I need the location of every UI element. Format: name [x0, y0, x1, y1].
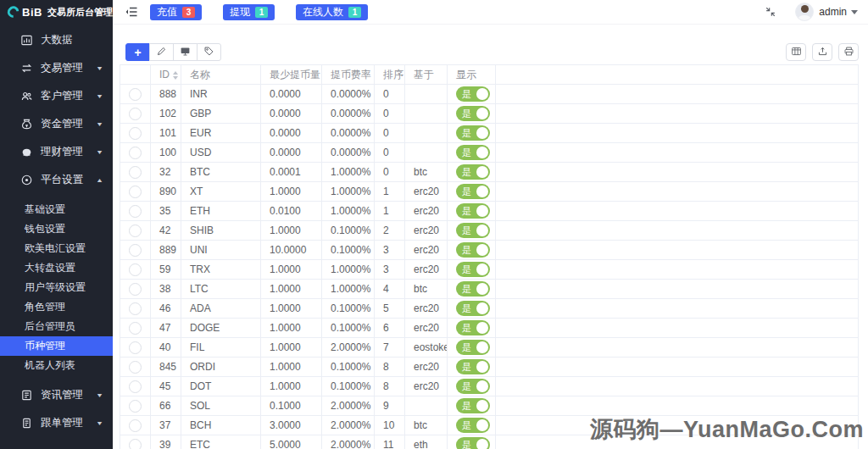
sort-icon[interactable] [173, 71, 178, 80]
copy-doc-icon [20, 417, 33, 430]
cell-base: btc [405, 280, 448, 299]
add-button[interactable]: + [125, 43, 150, 61]
display-toggle[interactable]: 是 [456, 301, 490, 316]
toggle-label: 是 [462, 301, 471, 316]
tag-button[interactable] [197, 43, 221, 61]
display-toggle[interactable]: 是 [456, 106, 490, 121]
avatar[interactable] [795, 3, 814, 21]
radio-button[interactable] [129, 322, 142, 335]
print-button[interactable] [838, 43, 859, 61]
radio-button[interactable] [129, 361, 142, 374]
display-toggle[interactable]: 是 [456, 242, 490, 258]
cell-sort: 3 [375, 241, 405, 260]
radio-button[interactable] [129, 127, 142, 140]
radio-button[interactable] [129, 263, 142, 276]
radio-button[interactable] [129, 302, 142, 315]
cell-name: ORDI [181, 358, 261, 377]
cell-filler [496, 280, 859, 299]
display-toggle[interactable]: 是 [456, 164, 490, 180]
radio-button[interactable] [129, 419, 142, 432]
col-header-name: 名称 [181, 65, 261, 85]
toggle-label: 是 [462, 164, 471, 180]
header-stat-button[interactable]: 在线人数 1 [296, 4, 368, 20]
sidebar-item[interactable]: 用户等级设置 [0, 278, 113, 297]
display-toggle[interactable]: 是 [456, 437, 490, 449]
display-toggle[interactable]: 是 [456, 125, 490, 141]
radio-button[interactable] [129, 341, 142, 354]
sidebar-item[interactable]: 大数据 [0, 26, 113, 54]
cell-min-withdraw: 1.0000 [261, 338, 322, 358]
radio-button[interactable] [129, 439, 142, 449]
sidebar-item[interactable]: 欧美电汇设置 [0, 239, 113, 258]
display-toggle[interactable]: 是 [456, 281, 490, 297]
cell-min-withdraw: 0.0000 [261, 85, 322, 104]
display-toggle[interactable]: 是 [456, 398, 490, 413]
cell-min-withdraw: 1.0000 [261, 319, 322, 338]
radio-button[interactable] [129, 380, 142, 393]
toggle-knob [476, 439, 488, 449]
radio-button[interactable] [129, 88, 142, 101]
display-toggle[interactable]: 是 [456, 223, 490, 238]
cell-min-withdraw: 1.0000 [261, 221, 322, 241]
user-dropdown-caret-icon[interactable] [851, 10, 858, 14]
sidebar-item[interactable]: 机器人列表 [0, 356, 113, 375]
stat-button-label: 在线人数 [303, 5, 343, 19]
sidebar-item[interactable]: 基础设置 [0, 200, 113, 219]
sidebar-item[interactable]: 角色管理 [0, 297, 113, 317]
display-toggle[interactable]: 是 [456, 340, 490, 355]
toggle-label: 是 [462, 145, 471, 160]
sidebar-item[interactable]: 理财管理 ▼ [0, 138, 113, 166]
export-button[interactable] [812, 43, 832, 61]
radio-button[interactable] [129, 186, 142, 198]
cell-id: 40 [151, 338, 181, 358]
display-toggle[interactable]: 是 [456, 203, 490, 219]
edit-button[interactable] [149, 43, 174, 61]
display-toggle[interactable]: 是 [456, 184, 490, 199]
sidebar-item[interactable]: 跟单管理 ▼ [0, 409, 113, 437]
column-settings-button[interactable] [786, 43, 806, 61]
radio-button[interactable] [129, 166, 142, 179]
cell-fee-rate: 0.1000% [322, 221, 375, 241]
sidebar-item[interactable]: 交易管理 ▼ [0, 54, 113, 82]
radio-button[interactable] [129, 205, 142, 218]
radio-button[interactable] [129, 224, 142, 237]
radio-button[interactable] [129, 244, 142, 257]
fullscreen-icon[interactable] [765, 6, 776, 18]
toggle-knob [476, 166, 488, 178]
sidebar-item[interactable]: 平台设置 ▲ [0, 166, 113, 194]
coins-table: ID 名称 最少提币量 提币费率 排序 基于 显示 888 INR [120, 64, 859, 449]
crud-button-group: + [125, 43, 221, 61]
col-header-id[interactable]: ID [151, 65, 181, 85]
display-toggle[interactable]: 是 [456, 262, 490, 277]
username[interactable]: admin [819, 6, 847, 18]
cell-sort: 11 [375, 435, 405, 449]
sidebar-item[interactable]: 大转盘设置 [0, 258, 113, 278]
sidebar-item[interactable]: 客户管理 ▼ [0, 82, 113, 110]
radio-button[interactable] [129, 283, 142, 296]
radio-button[interactable] [129, 400, 142, 413]
sidebar-item[interactable]: 资金管理 ▼ [0, 110, 113, 138]
header-stat-button[interactable]: 充值 3 [150, 4, 202, 20]
board-button[interactable] [173, 43, 198, 61]
radio-button[interactable] [129, 108, 142, 120]
menu-fold-icon[interactable] [125, 5, 138, 19]
display-toggle[interactable]: 是 [456, 359, 490, 374]
cell-id: 100 [151, 143, 181, 163]
cell-fee-rate: 0.1000% [322, 319, 375, 338]
display-toggle[interactable]: 是 [456, 418, 490, 433]
cell-fee-rate: 0.1000% [322, 299, 375, 319]
sidebar-item[interactable]: 资讯管理 ▼ [0, 381, 113, 409]
header-stat-button[interactable]: 提现 1 [223, 4, 275, 20]
display-toggle[interactable]: 是 [456, 320, 490, 335]
display-toggle[interactable]: 是 [456, 379, 490, 394]
sidebar-item[interactable]: 钱包设置 [0, 219, 113, 239]
display-toggle[interactable]: 是 [456, 86, 490, 102]
radio-button[interactable] [129, 147, 142, 159]
sidebar-item[interactable]: 后台管理员 [0, 317, 113, 336]
table-utility-buttons [786, 43, 859, 61]
cell-sort: 0 [375, 85, 405, 104]
display-toggle[interactable]: 是 [456, 145, 490, 160]
toggle-label: 是 [462, 418, 471, 433]
sidebar-item[interactable]: 币种管理 [0, 336, 113, 356]
cell-sort: 3 [375, 260, 405, 280]
